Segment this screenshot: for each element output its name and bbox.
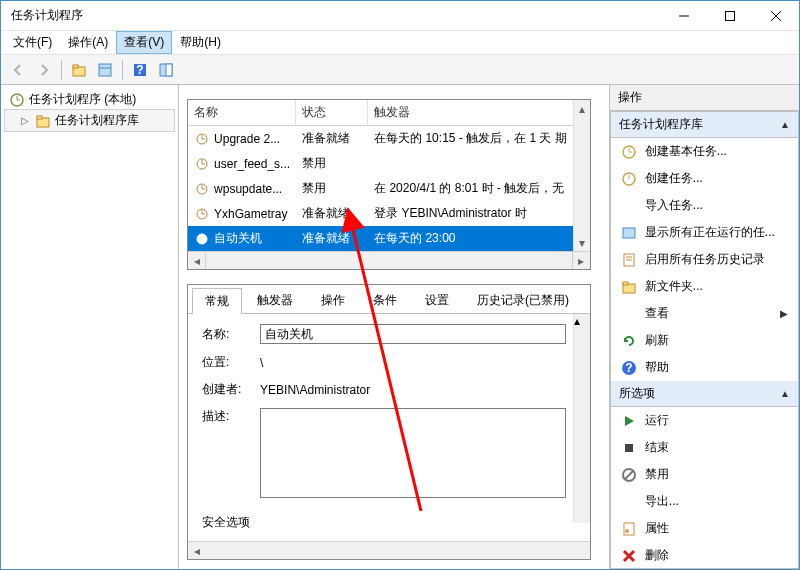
minimize-button[interactable] — [661, 1, 707, 31]
detail-panel: 常规 触发器 操作 条件 设置 历史记录(已禁用) 名称: 位置: \ — [187, 284, 591, 560]
detail-vertical-scrollbar[interactable]: ▴ — [573, 314, 590, 523]
svg-rect-45 — [625, 444, 633, 452]
export-icon — [621, 494, 637, 510]
svg-text:?: ? — [625, 361, 632, 375]
action-create-basic-task[interactable]: 创建基本任务... — [611, 138, 798, 165]
svg-rect-16 — [37, 116, 42, 119]
detail-tabs: 常规 触发器 操作 条件 设置 历史记录(已禁用) — [188, 285, 590, 314]
vertical-scrollbar[interactable]: ▴ ▾ — [573, 100, 590, 251]
menu-action[interactable]: 操作(A) — [60, 31, 116, 54]
separator — [122, 60, 123, 80]
menu-file[interactable]: 文件(F) — [5, 31, 60, 54]
input-desc[interactable] — [260, 408, 566, 498]
action-import-task[interactable]: 导入任务... — [611, 192, 798, 219]
clock-icon — [194, 156, 210, 172]
collapse-icon[interactable]: ▲ — [780, 119, 790, 130]
svg-rect-1 — [726, 11, 735, 20]
action-view[interactable]: 查看 ▶ — [611, 300, 798, 327]
folder-icon — [35, 113, 51, 129]
task-row[interactable]: wpsupdate... 禁用 在 2020/4/1 的 8:01 时 - 触发… — [188, 176, 573, 201]
action-help[interactable]: ? 帮助 — [611, 354, 798, 381]
task-row[interactable]: Upgrade 2... 准备就绪 在每天的 10:15 - 触发后，在 1 天… — [188, 126, 573, 151]
help-button[interactable]: ? — [129, 59, 151, 81]
clock-icon — [194, 206, 210, 222]
field-desc: 描述: — [202, 408, 566, 498]
play-icon — [621, 413, 637, 429]
field-name: 名称: — [202, 324, 566, 344]
back-button[interactable] — [7, 59, 29, 81]
menu-help[interactable]: 帮助(H) — [172, 31, 229, 54]
up-button[interactable] — [68, 59, 90, 81]
folder-icon — [621, 279, 637, 295]
tab-triggers[interactable]: 触发器 — [244, 287, 306, 313]
scroll-left-arrow[interactable]: ◂ — [188, 252, 206, 269]
tab-general[interactable]: 常规 — [192, 288, 242, 314]
tab-settings[interactable]: 设置 — [412, 287, 462, 313]
panel-button[interactable] — [155, 59, 177, 81]
action-disable[interactable]: 禁用 — [611, 461, 798, 488]
tree-root[interactable]: 任务计划程序 (本地) — [5, 89, 174, 110]
action-run[interactable]: 运行 — [611, 407, 798, 434]
label-desc: 描述: — [202, 408, 252, 425]
column-trigger[interactable]: 触发器 — [368, 100, 590, 125]
detail-horizontal-scrollbar[interactable]: ◂ — [188, 541, 590, 559]
task-row[interactable]: YxhGametray 准备就绪 登录 YEBIN\Administrator … — [188, 201, 573, 226]
tab-history[interactable]: 历史记录(已禁用) — [464, 287, 582, 313]
clock-icon — [9, 92, 25, 108]
properties-button[interactable] — [94, 59, 116, 81]
import-icon — [621, 198, 637, 214]
actions-header: 操作 — [610, 85, 799, 111]
list-header: 名称 状态 触发器 — [188, 100, 590, 126]
navigation-tree: 任务计划程序 (本地) ▷ 任务计划程序库 — [1, 85, 179, 569]
value-location: \ — [260, 356, 566, 370]
svg-rect-48 — [624, 523, 634, 535]
delete-icon — [621, 548, 637, 564]
window-title: 任务计划程序 — [11, 7, 661, 24]
tab-actions[interactable]: 操作 — [308, 287, 358, 313]
tree-library[interactable]: ▷ 任务计划程序库 — [5, 110, 174, 131]
titlebar: 任务计划程序 — [1, 1, 799, 31]
section-selected[interactable]: 所选项 ▲ — [611, 381, 798, 407]
action-properties[interactable]: 属性 — [611, 515, 798, 542]
action-refresh[interactable]: 刷新 — [611, 327, 798, 354]
input-name[interactable] — [260, 324, 566, 344]
help-icon: ? — [621, 360, 637, 376]
section-library[interactable]: 任务计划程序库 ▲ — [611, 112, 798, 138]
action-enable-history[interactable]: 启用所有任务历史记录 — [611, 246, 798, 273]
action-export[interactable]: 导出... — [611, 488, 798, 515]
disable-icon — [621, 467, 637, 483]
horizontal-scrollbar[interactable]: ◂ ▸ — [188, 251, 590, 269]
scroll-up-arrow[interactable]: ▴ — [574, 100, 590, 117]
clock-icon — [194, 231, 210, 247]
action-create-task[interactable]: 创建任务... — [611, 165, 798, 192]
refresh-icon — [621, 333, 637, 349]
forward-button[interactable] — [33, 59, 55, 81]
column-name[interactable]: 名称 — [188, 100, 296, 125]
tree-root-label: 任务计划程序 (本地) — [29, 91, 136, 108]
task-row[interactable]: 自动关机 准备就绪 在每天的 23:00 — [188, 226, 573, 251]
maximize-button[interactable] — [707, 1, 753, 31]
close-button[interactable] — [753, 1, 799, 31]
expand-icon[interactable]: ▷ — [19, 115, 31, 126]
tab-conditions[interactable]: 条件 — [360, 287, 410, 313]
scroll-right-arrow[interactable]: ▸ — [572, 252, 590, 269]
toolbar: ? — [1, 55, 799, 85]
collapse-icon[interactable]: ▲ — [780, 388, 790, 399]
svg-rect-5 — [73, 65, 78, 68]
action-show-running[interactable]: 显示所有正在运行的任... — [611, 219, 798, 246]
action-end[interactable]: 结束 — [611, 434, 798, 461]
main-area: 任务计划程序 (本地) ▷ 任务计划程序库 名称 状态 触发器 Upgrade … — [1, 85, 799, 569]
scroll-up-arrow[interactable]: ▴ — [574, 314, 590, 328]
menu-view[interactable]: 查看(V) — [116, 31, 172, 54]
task-icon — [621, 171, 637, 187]
svg-text:?: ? — [136, 63, 143, 77]
label-name: 名称: — [202, 326, 252, 343]
column-status[interactable]: 状态 — [296, 100, 368, 125]
svg-point-49 — [625, 529, 629, 533]
action-new-folder[interactable]: 新文件夹... — [611, 273, 798, 300]
action-delete[interactable]: 删除 — [611, 542, 798, 569]
separator — [61, 60, 62, 80]
task-row[interactable]: user_feed_s... 禁用 — [188, 151, 573, 176]
tree-library-label: 任务计划程序库 — [55, 112, 139, 129]
scroll-down-arrow[interactable]: ▾ — [574, 234, 590, 251]
